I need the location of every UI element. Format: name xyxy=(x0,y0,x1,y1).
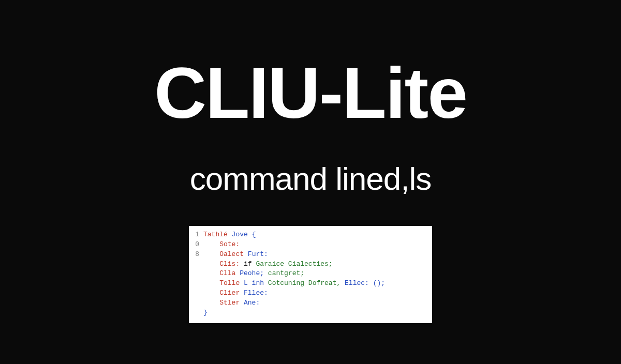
code-token: Tolle xyxy=(203,279,244,287)
code-line: } xyxy=(194,308,427,318)
code-token: Furt: xyxy=(248,250,268,258)
code-token: Peohe; xyxy=(240,269,268,277)
code-text: Oalect Furt: xyxy=(203,250,427,260)
code-text: Clla Peohe; cantgret; xyxy=(203,269,427,279)
line-number xyxy=(194,269,203,279)
code-token: if xyxy=(244,260,256,268)
code-line: 0 Sote: xyxy=(194,240,427,250)
code-snippet-box: 1Tathlé Jove {0 Sote:8 Oalect Furt: Clis… xyxy=(189,226,432,323)
poster-stage: CLIU-Lite command lined,ls 1Tathlé Jove … xyxy=(0,0,621,364)
code-text: } xyxy=(203,308,427,318)
code-line: Clis: if Garaice Cialecties; xyxy=(194,260,427,269)
code-line: Tolle L inh Cotcuning Dofreat, Ellec: ()… xyxy=(194,279,427,289)
code-line: Clla Peohe; cantgret; xyxy=(194,269,427,279)
poster-subtitle: command lined,ls xyxy=(190,160,431,197)
code-token: Dofreat, xyxy=(308,279,345,287)
code-line: 1Tathlé Jove { xyxy=(194,230,427,240)
code-token: Jove xyxy=(232,231,252,238)
line-number xyxy=(194,279,203,289)
code-token: Ane: xyxy=(244,299,260,307)
code-token: { xyxy=(252,231,256,238)
code-text: Stler Ane: xyxy=(203,298,427,308)
code-text: Tolle L inh Cotcuning Dofreat, Ellec: ()… xyxy=(203,279,427,289)
code-token: Ellec: (); xyxy=(345,279,385,287)
code-token: Clier xyxy=(203,289,244,297)
code-token: Garaice Cialecties; xyxy=(256,260,332,268)
code-token: cantgret; xyxy=(268,269,304,277)
code-token: Clis: xyxy=(203,260,244,268)
code-token: Fllee: xyxy=(244,289,268,297)
code-token: Oalect xyxy=(203,250,248,258)
line-number: 0 xyxy=(194,240,203,250)
code-text: Clis: if Garaice Cialecties; xyxy=(203,260,427,269)
code-token: Stler xyxy=(203,299,244,307)
poster-title: CLIU-Lite xyxy=(154,57,467,129)
code-text: Sote: xyxy=(203,240,427,250)
line-number xyxy=(194,298,203,308)
code-token: Clla xyxy=(203,269,240,277)
line-number xyxy=(194,308,203,318)
code-token: Sote: xyxy=(203,240,240,248)
code-token: } xyxy=(203,309,208,316)
code-token: Cotcuning xyxy=(268,279,308,287)
code-text: Tathlé Jove { xyxy=(203,230,427,240)
line-number xyxy=(194,260,203,269)
code-text: Clier Fllee: xyxy=(203,289,427,298)
line-number: 8 xyxy=(194,250,203,260)
code-line: Stler Ane: xyxy=(194,298,427,308)
code-token: Tathlé xyxy=(203,231,232,238)
code-token: L inh xyxy=(244,279,268,287)
code-line: Clier Fllee: xyxy=(194,289,427,298)
line-number: 1 xyxy=(194,230,203,240)
line-number xyxy=(194,289,203,298)
code-line: 8 Oalect Furt: xyxy=(194,250,427,260)
